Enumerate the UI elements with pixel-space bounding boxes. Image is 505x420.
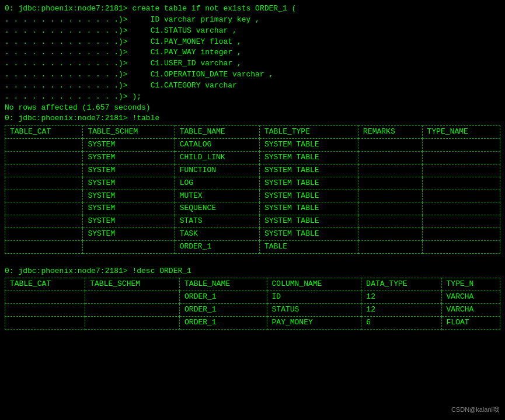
table-row: SYSTEM CATALOG SYSTEM TABLE: [5, 139, 500, 152]
cont-1: . . . . . . . . . . . . .)> ID varchar p…: [5, 15, 500, 26]
cont-3: . . . . . . . . . . . . .)> C1.PAY_MONEY…: [5, 37, 500, 48]
col-table-schem: TABLE_SCHEM: [83, 126, 175, 139]
col-table-type: TABLE_TYPE: [259, 126, 358, 139]
table2-header-row: TABLE_CAT TABLE_SCHEM TABLE_NAME COLUMN_…: [5, 278, 500, 291]
table-row: SYSTEM STATS SYSTEM TABLE: [5, 215, 500, 228]
table1-header-row: TABLE_CAT TABLE_SCHEM TABLE_NAME TABLE_T…: [5, 126, 500, 139]
cont-4: . . . . . . . . . . . . .)> C1.PAY_WAY i…: [5, 47, 500, 58]
blank-line: [5, 255, 500, 266]
table-row: ORDER_1 TABLE: [5, 240, 500, 253]
command-line-1: 0: jdbc:phoenix:node7:2181> create table…: [5, 4, 500, 15]
cont-7: . . . . . . . . . . . . .)> C1.CATEGORY …: [5, 80, 500, 92]
col2-table-schem: TABLE_SCHEM: [85, 278, 180, 291]
col-table-name: TABLE_NAME: [175, 126, 259, 139]
col-type-name: TYPE_NAME: [422, 126, 500, 139]
col2-table-name: TABLE_NAME: [180, 278, 267, 291]
col-table-cat: TABLE_CAT: [5, 126, 83, 139]
col-remarks: REMARKS: [358, 126, 423, 139]
cont-2: . . . . . . . . . . . . .)> C1.STATUS va…: [5, 26, 500, 37]
table-row: ORDER_1 STATUS 12 VARCHA: [5, 304, 500, 317]
watermark: CSDN@kalani哦: [451, 405, 499, 414]
command-line-2: 0: jdbc:phoenix:node7:2181> !table: [5, 113, 500, 124]
col2-type-n: TYPE_N: [441, 278, 500, 291]
cont-6: . . . . . . . . . . . . .)> C1.OPERATION…: [5, 69, 500, 80]
cont-8: . . . . . . . . . . . . .)> );: [5, 92, 500, 103]
col2-column-name: COLUMN_NAME: [267, 278, 361, 291]
col2-data-type: DATA_TYPE: [361, 278, 441, 291]
table-row: SYSTEM LOG SYSTEM TABLE: [5, 177, 500, 190]
cont-5: . . . . . . . . . . . . .)> C1.USER_ID v…: [5, 58, 500, 69]
result-1: No rows affected (1.657 seconds): [5, 103, 500, 114]
table-row: SYSTEM TASK SYSTEM TABLE: [5, 228, 500, 241]
table1: TABLE_CAT TABLE_SCHEM TABLE_NAME TABLE_T…: [5, 125, 500, 253]
table-row: SYSTEM SEQUENCE SYSTEM TABLE: [5, 202, 500, 215]
command-line-3: 0: jdbc:phoenix:node7:2181> !desc ORDER_…: [5, 266, 500, 277]
table-row: SYSTEM FUNCTION SYSTEM TABLE: [5, 164, 500, 177]
col2-table-cat: TABLE_CAT: [5, 278, 85, 291]
table2-container: TABLE_CAT TABLE_SCHEM TABLE_NAME COLUMN_…: [5, 278, 500, 329]
table-row: SYSTEM MUTEX SYSTEM TABLE: [5, 190, 500, 202]
table-row: ORDER_1 ID 12 VARCHA: [5, 291, 500, 304]
table2: TABLE_CAT TABLE_SCHEM TABLE_NAME COLUMN_…: [5, 278, 500, 329]
terminal: 0: jdbc:phoenix:node7:2181> create table…: [0, 0, 505, 334]
table-row: ORDER_1 PAY_MONEY 6 FLOAT: [5, 316, 500, 329]
prompt: 0: jdbc:phoenix:node7:2181>: [5, 4, 128, 13]
table-row: SYSTEM CHILD_LINK SYSTEM TABLE: [5, 151, 500, 164]
table1-container: TABLE_CAT TABLE_SCHEM TABLE_NAME TABLE_T…: [5, 125, 500, 253]
